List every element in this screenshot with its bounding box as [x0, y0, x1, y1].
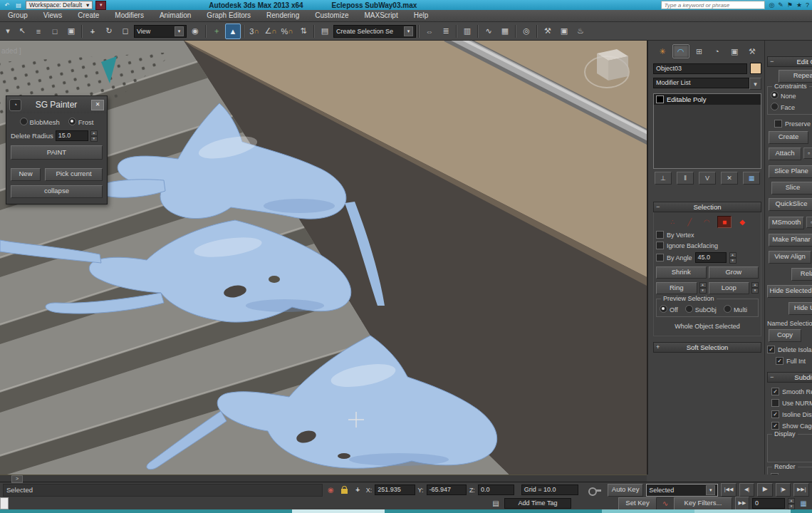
- constraint-face-radio[interactable]: Face: [771, 103, 795, 111]
- angle-snap-icon[interactable]: ∠∩: [263, 24, 279, 39]
- current-frame-field[interactable]: 0: [752, 498, 785, 509]
- by-angle-spinner[interactable]: ▲▼: [729, 252, 736, 263]
- named-selection-sets-dropdown[interactable]: Create Selection Se ▾: [333, 25, 416, 38]
- reference-coordinate-dropdown[interactable]: View ▾: [134, 25, 187, 38]
- align-icon[interactable]: ≣: [438, 24, 454, 39]
- paint-button[interactable]: PAINT: [11, 145, 103, 160]
- msmooth-settings-icon[interactable]: ▫: [806, 217, 812, 228]
- select-and-rotate-icon[interactable]: ↻: [101, 24, 117, 39]
- hide-unselected-button[interactable]: Hide Un: [788, 302, 812, 315]
- polygon-subobject-icon[interactable]: ■: [717, 216, 732, 228]
- relax-button[interactable]: Relax: [791, 268, 812, 281]
- undo-icon[interactable]: ↶: [3, 1, 11, 9]
- time-selection-dropdown[interactable]: Selected ▾: [646, 484, 718, 497]
- use-pivot-point-icon[interactable]: ◉: [187, 24, 203, 39]
- preview-off-radio[interactable]: Off: [660, 305, 678, 314]
- attach-settings-icon[interactable]: ▫: [803, 147, 812, 159]
- open-file-icon[interactable]: ▤: [14, 1, 23, 9]
- menu-rendering[interactable]: Rendering: [259, 10, 307, 21]
- sg-painter-titlebar[interactable]: ◔ SG Painter ✕: [6, 96, 107, 113]
- go-to-end-icon[interactable]: ▶▶|: [793, 483, 809, 497]
- slice-button[interactable]: Slice: [771, 182, 812, 195]
- new-button[interactable]: New: [11, 168, 41, 181]
- soft-selection-rollout-header[interactable]: + Soft Selection: [653, 342, 761, 353]
- frost-radio[interactable]: Frost: [68, 118, 94, 126]
- key-filters-button[interactable]: Key Filters...: [674, 497, 732, 510]
- y-coordinate-field[interactable]: -65.947: [427, 484, 467, 495]
- delete-radius-field[interactable]: 15.0: [56, 130, 88, 141]
- set-key-button[interactable]: Set Key: [618, 497, 657, 510]
- select-and-scale-icon[interactable]: ◻: [118, 24, 133, 39]
- mirror-icon[interactable]: ⇔: [422, 24, 437, 39]
- preview-subobj-radio[interactable]: SubObj: [685, 305, 717, 314]
- set-keys-key-icon[interactable]: [588, 487, 600, 494]
- render-setup-icon[interactable]: ⚒: [540, 24, 556, 39]
- locator-icon[interactable]: ◉: [326, 484, 336, 496]
- pen-icon[interactable]: ✎: [778, 1, 784, 9]
- go-to-start-icon[interactable]: |◀◀: [721, 483, 736, 497]
- view-align-button[interactable]: View Align: [769, 251, 811, 264]
- attach-button[interactable]: Attach: [769, 147, 801, 160]
- render-iterations-checkbox[interactable]: Iterations: [771, 473, 812, 475]
- by-angle-field[interactable]: 45.0: [695, 252, 727, 263]
- rectangular-selection-icon[interactable]: □: [47, 24, 63, 39]
- make-planar-button[interactable]: Make Planar: [769, 234, 812, 247]
- full-interactivity-checkbox[interactable]: ✓ Full Int: [776, 357, 812, 365]
- quickslice-button[interactable]: QuickSlice: [769, 198, 812, 211]
- preview-multi-radio[interactable]: Multi: [724, 305, 747, 314]
- auto-key-button[interactable]: Auto Key: [608, 484, 643, 497]
- menu-create[interactable]: Create: [70, 10, 107, 21]
- graph-editors-icon[interactable]: ∿: [481, 24, 496, 39]
- tab-modify-icon[interactable]: ◠: [672, 44, 689, 58]
- make-unique-icon[interactable]: V: [699, 172, 716, 185]
- help-search-input[interactable]: [661, 1, 765, 9]
- pick-current-button[interactable]: Pick current: [45, 168, 103, 181]
- edit-named-sets-icon[interactable]: ▤: [317, 24, 333, 39]
- delete-isolated-checkbox[interactable]: ✓ Delete Isola: [767, 346, 812, 353]
- select-and-move-icon[interactable]: +: [85, 24, 100, 39]
- edge-subobject-icon[interactable]: ╱: [683, 217, 696, 227]
- select-object-icon[interactable]: ↖: [14, 24, 30, 39]
- help-icon[interactable]: ?: [806, 1, 809, 9]
- ignore-backfacing-checkbox[interactable]: Ignore Backfacing: [656, 242, 759, 249]
- x-coordinate-field[interactable]: 251.935: [375, 484, 415, 495]
- menu-customize[interactable]: Customize: [307, 10, 356, 21]
- workspace-dropdown[interactable]: Workspace: Default ▾: [26, 1, 93, 9]
- hide-selected-button[interactable]: Hide Selected: [767, 285, 812, 298]
- by-vertex-checkbox[interactable]: By Vertex: [656, 231, 759, 239]
- element-subobject-icon[interactable]: ◆: [736, 217, 749, 227]
- object-color-swatch[interactable]: [750, 63, 761, 74]
- tab-motion-icon[interactable]: ◔: [709, 45, 724, 58]
- configure-modifier-sets-icon[interactable]: ▦: [743, 172, 760, 185]
- frame-spinner[interactable]: ▲▼: [788, 498, 795, 509]
- keyboard-override-icon[interactable]: ▲: [225, 24, 241, 39]
- close-icon[interactable]: ✕: [91, 100, 104, 110]
- tab-hierarchy-icon[interactable]: ⊞: [692, 45, 707, 58]
- spinner-snap-icon[interactable]: ⇅: [296, 24, 311, 39]
- modifier-list-dropdown[interactable]: Modifier List ▾: [653, 78, 761, 90]
- border-subobject-icon[interactable]: ◠: [700, 217, 713, 227]
- show-end-result-icon[interactable]: ‖: [677, 172, 694, 185]
- new-key-curve-icon[interactable]: ∿: [660, 498, 671, 509]
- schematic-view-icon[interactable]: ▦: [497, 24, 513, 39]
- open-listener-button[interactable]: >: [11, 475, 23, 483]
- delete-radius-spinner[interactable]: ▲▼: [90, 130, 98, 141]
- listener-input[interactable]: [0, 497, 9, 509]
- ring-button[interactable]: Ring: [656, 282, 697, 294]
- selection-lock-icon[interactable]: [339, 484, 350, 496]
- tab-create-icon[interactable]: ✳: [655, 45, 670, 58]
- layer-manager-icon[interactable]: ▥: [459, 24, 475, 39]
- previous-frame-icon[interactable]: ◀|: [739, 483, 755, 497]
- window-crossing-icon[interactable]: ▣: [63, 24, 79, 39]
- menu-views[interactable]: Views: [36, 10, 71, 21]
- create-button[interactable]: Create: [769, 131, 808, 144]
- loop-button[interactable]: Loop: [709, 282, 750, 294]
- perspective-viewport[interactable]: aded ] ◔ SG Painter ✕ BlobMesh Frost Del…: [0, 41, 647, 475]
- smooth-result-checkbox[interactable]: ✓ Smooth Res: [771, 388, 812, 395]
- time-tag-icon[interactable]: ▤: [490, 498, 501, 509]
- pin-stack-icon[interactable]: ⊥: [655, 172, 672, 185]
- use-nurms-checkbox[interactable]: Use NURMS: [771, 399, 812, 407]
- menu-maxscript[interactable]: MAXScript: [356, 10, 405, 21]
- go-to-end-alt-icon[interactable]: ▶▶: [735, 497, 749, 510]
- vertex-subobject-icon[interactable]: ∴: [666, 217, 679, 227]
